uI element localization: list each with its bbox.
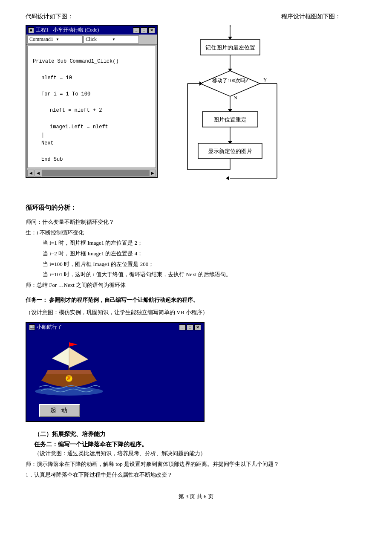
svg-marker-26: [199, 81, 202, 86]
task1-title: 任务一： 参照刚才的程序范例，自己编写一个让船航行动起来的程序。: [26, 295, 366, 306]
code-line-7: [33, 98, 150, 107]
analysis-section: 循环语句的分析： 师问：什么变量不断控制循环变化？ 生：i 不断控制循环变化 当…: [26, 204, 366, 291]
code-line-12: Next: [33, 139, 150, 147]
analysis-title: 循环语句的分析：: [26, 204, 366, 212]
code-line-11: |: [33, 131, 150, 139]
boat-button-area: 起 动: [31, 400, 199, 417]
boat-content: 富 起 动: [26, 332, 204, 421]
window-title: 工程1 - 小车开动行啦 (Code): [36, 26, 99, 34]
object-dropdown-value: Command1: [29, 36, 54, 43]
boat-svg: 富: [33, 338, 105, 398]
task2-content1: 师：演示降落伞在下降的动画，解释 top 是设置对象到窗体顶部边界的距离。并提问…: [26, 459, 366, 470]
boat-close-button[interactable]: ✕: [194, 324, 201, 330]
svg-marker-6: [200, 71, 260, 96]
scroll-right-btn[interactable]: ▶: [149, 170, 156, 176]
analysis-item-1: 当 i=1 时，图片框 Image1 的左位置是 2；: [26, 238, 366, 249]
teacher-question: 师问：什么变量不断控制循环变化？: [26, 217, 366, 228]
boat-titlebar: 🚢 小船航行了 _ □ ✕: [26, 323, 204, 332]
page-container: 代码设计如下图： 程序设计框图如下图： ■ 工程1 - 小车开动行啦 (Code…: [26, 13, 366, 500]
page-footer: 第 3 页 共 6 页: [26, 493, 366, 500]
code-editor[interactable]: Private Sub Command1_Click() nleft = 10 …: [27, 46, 156, 168]
code-line-13: [33, 147, 150, 156]
object-dropdown[interactable]: Command1 ▼: [27, 35, 83, 43]
svg-marker-1: [228, 37, 232, 40]
svg-text:富: 富: [67, 376, 71, 381]
task2-q1: 1．认真思考降落伞在下降过程中是什么属性在不断地改变？: [26, 470, 366, 480]
maximize-button[interactable]: □: [141, 27, 147, 33]
boat-maximize-button[interactable]: □: [187, 324, 193, 330]
ext-main-title: （二）拓展探究、培养能力: [26, 431, 366, 438]
flowchart-label: 程序设计框图如下图：: [281, 13, 341, 20]
code-line-3: [33, 66, 150, 74]
analysis-item-4: 当 i=101 时，这时的 i 值大于终值，循环语句结束，去执行 Next 的后…: [26, 269, 366, 280]
boat-window-title: 小船航行了: [37, 324, 62, 331]
page-number: 第 3 页 共 6 页: [179, 493, 213, 500]
code-section-label: 代码设计如下图：: [26, 13, 73, 20]
boat-image-area: 富: [31, 336, 107, 400]
svg-text:显示新定位的图片: 显示新定位的图片: [208, 148, 252, 154]
flowchart: 记住图片的最左位置 移动了100次吗? Y N: [175, 25, 285, 191]
task1-section: 任务一： 参照刚才的程序范例，自己编写一个让船航行动起来的程序。 （设计意图：模…: [26, 295, 366, 422]
boat-window-icon: 🚢: [29, 324, 35, 330]
window-controls: _ □ ✕: [133, 27, 155, 33]
student-answer: 生：i 不断控制循环变化: [26, 228, 366, 238]
code-line-4: nleft = 10: [33, 74, 150, 82]
code-line-14: End Sub: [33, 156, 150, 164]
boat-start-button[interactable]: 起 动: [39, 404, 80, 417]
code-toolbar: Command1 ▼ Click ▼: [26, 35, 157, 45]
flowchart-svg: 记住图片的最左位置 移动了100次吗? Y N: [175, 25, 285, 191]
object-dropdown-arrow: ▼: [56, 38, 81, 41]
scroll-track: [42, 170, 149, 176]
code-window: ■ 工程1 - 小车开动行啦 (Code) _ □ ✕ Command1 ▼: [26, 25, 158, 178]
event-dropdown-arrow: ▼: [112, 38, 137, 41]
task2-title: 任务二：编写一个让降落伞在下降的程序。: [26, 441, 366, 448]
code-line-8: nleft = nleft + 2: [33, 107, 150, 115]
code-titlebar: ■ 工程1 - 小车开动行啦 (Code) _ □ ✕: [26, 26, 157, 35]
boat-minimize-button[interactable]: _: [179, 324, 186, 330]
boat-window: 🚢 小船航行了 _ □ ✕: [26, 322, 205, 422]
close-button[interactable]: ✕: [148, 27, 155, 33]
flowchart-section: 记住图片的最左位置 移动了100次吗? Y N: [175, 25, 366, 191]
titlebar-left: ■ 工程1 - 小车开动行啦 (Code): [28, 26, 99, 34]
svg-point-28: [35, 387, 103, 396]
scrollbar-row: ◀ ◀ ▶: [26, 169, 157, 177]
minimize-button[interactable]: _: [133, 27, 140, 33]
scroll-left-btn[interactable]: ◀: [27, 170, 34, 176]
code-line-2: Private Sub Command1_Click(): [33, 58, 150, 66]
analysis-item-2: 当 i=2 时，图片框 Image1 的左位置是 4；: [26, 249, 366, 259]
analysis-item-3: 当 i=100 时，图片框 Image1 的左位置是 200；: [26, 259, 366, 270]
svg-text:移动了100次吗?: 移动了100次吗?: [212, 78, 248, 84]
svg-text:N: N: [233, 95, 237, 101]
task1-desc: （设计意图：模仿实例，巩固知识，让学生能独立编写简单的 VB 小程序）: [26, 307, 366, 318]
scroll-left2-btn[interactable]: ◀: [35, 170, 41, 176]
code-line-6: For i = 1 To 100: [33, 90, 150, 98]
svg-text:记住图片的最左位置: 记住图片的最左位置: [205, 44, 255, 51]
summary-text: 师：总结 For …Next 之间的语句为循环体: [26, 280, 366, 291]
task2-desc: （设计意图：通过类比运用知识，培养思考、分析、解决问题的能力）: [26, 448, 366, 459]
extension-section: （二）拓展探究、培养能力 任务二：编写一个让降落伞在下降的程序。 （设计意图：通…: [26, 431, 366, 480]
code-line-10: image1.Left = nleft: [33, 123, 150, 131]
event-dropdown[interactable]: Click ▼: [84, 35, 139, 43]
code-line-5: [33, 82, 150, 90]
code-line-9: [33, 115, 150, 123]
svg-text:图片位置重定: 图片位置重定: [213, 116, 247, 123]
window-icon: ■: [28, 27, 34, 33]
event-dropdown-value: Click: [86, 36, 110, 43]
boat-titlebar-left: 🚢 小船航行了: [29, 324, 62, 331]
code-line-1: [33, 49, 150, 58]
svg-marker-12: [226, 176, 229, 180]
boat-window-controls: _ □ ✕: [179, 324, 201, 330]
svg-text:Y: Y: [263, 77, 267, 83]
code-window-section: ■ 工程1 - 小车开动行啦 (Code) _ □ ✕ Command1 ▼: [26, 25, 158, 178]
